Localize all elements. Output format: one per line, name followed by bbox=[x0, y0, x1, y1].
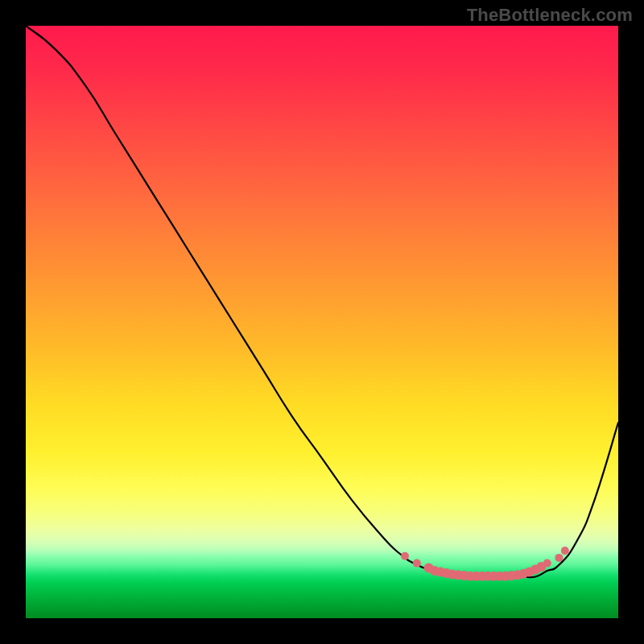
highlight-dot bbox=[401, 552, 409, 560]
plot-area bbox=[26, 26, 618, 618]
chart-frame: TheBottleneck.com bbox=[0, 0, 644, 644]
attribution-text: TheBottleneck.com bbox=[467, 5, 633, 26]
highlight-dots-group bbox=[401, 547, 569, 581]
highlight-dot bbox=[561, 547, 569, 555]
highlight-dot bbox=[555, 554, 563, 562]
bottleneck-curve bbox=[26, 26, 618, 577]
chart-svg bbox=[26, 26, 618, 618]
highlight-dot bbox=[413, 559, 421, 568]
highlight-dot bbox=[543, 559, 551, 568]
